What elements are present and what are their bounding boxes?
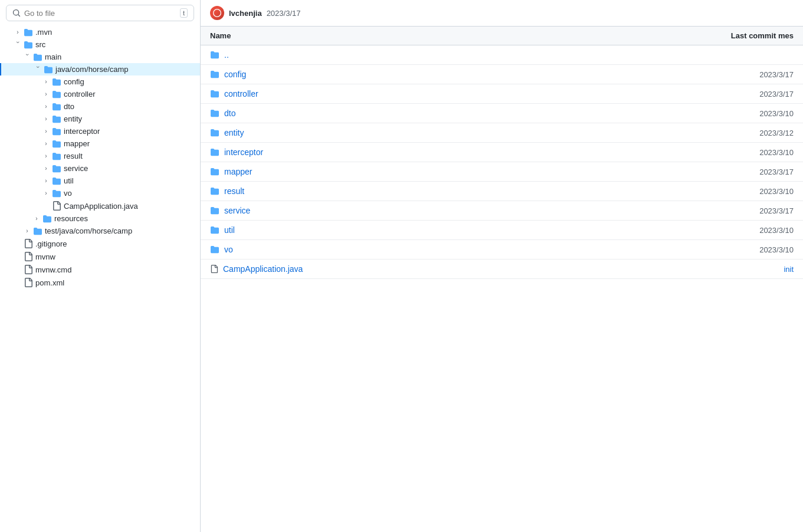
folder-icon [52, 165, 61, 173]
sidebar-item-label-main: main [45, 52, 61, 61]
main-content: lvchenjia 2023/3/17 Name Last commit mes… [201, 0, 803, 532]
sidebar-item-util[interactable]: › util [0, 175, 200, 187]
file-date: 2023/3/10 [549, 182, 803, 201]
file-icon [52, 201, 61, 211]
sidebar-item-mvnw[interactable]: › mvnw [0, 250, 200, 263]
file-date: 2023/3/10 [549, 143, 803, 162]
sidebar-item-label-mvnw-cmd: mvnw.cmd [35, 265, 71, 274]
sidebar-item-label-vo: vo [64, 189, 72, 198]
file-date: 2023/3/12 [549, 123, 803, 143]
table-row: config2023/3/17 [201, 65, 803, 84]
file-row-name: interceptor [210, 147, 539, 157]
folder-icon [33, 227, 42, 235]
chevron-icon: › [42, 103, 50, 110]
sidebar-item-mvnw-cmd[interactable]: › mvnw.cmd [0, 263, 200, 276]
sidebar-item-mvn[interactable]: › .mvn [0, 26, 200, 38]
chevron-icon: › [42, 91, 50, 98]
folder-icon [52, 103, 61, 111]
file-link[interactable]: controller [224, 89, 258, 98]
commit-date: 2023/3/17 [267, 9, 301, 18]
table-header-row: Name Last commit mes [201, 27, 803, 45]
file-row-name: entity [210, 128, 539, 137]
commit-header: lvchenjia 2023/3/17 [201, 0, 803, 27]
folder-icon [42, 215, 52, 223]
search-bar[interactable]: t [6, 5, 194, 21]
table-row: dto2023/3/10 [201, 104, 803, 123]
file-row-name: dto [210, 109, 539, 118]
folder-icon [210, 51, 219, 59]
sidebar-item-label-controller: controller [64, 90, 95, 98]
table-row: CampApplication.javainit [201, 260, 803, 279]
file-link[interactable]: .. [224, 50, 229, 60]
sidebar-item-entity[interactable]: › entity [0, 113, 200, 125]
sidebar-item-mapper[interactable]: › mapper [0, 137, 200, 150]
sidebar-item-config[interactable]: › config [0, 75, 200, 88]
folder-icon [210, 70, 219, 78]
sidebar-item-pom-xml[interactable]: › pom.xml [0, 276, 200, 289]
search-input[interactable] [24, 9, 176, 18]
folder-icon [52, 127, 61, 136]
file-link[interactable]: config [224, 70, 246, 79]
folder-icon [210, 148, 219, 156]
file-link[interactable]: mapper [224, 167, 252, 176]
sidebar-item-resources[interactable]: › resources [0, 212, 200, 225]
chevron-icon: › [42, 128, 50, 135]
file-icon [24, 252, 33, 261]
sidebar-item-service[interactable]: › service [0, 162, 200, 175]
file-date: 2023/3/17 [549, 84, 803, 104]
folder-icon [210, 226, 219, 234]
file-link[interactable]: interceptor [224, 147, 263, 157]
chevron-icon: › [33, 215, 40, 222]
file-date: 2023/3/10 [549, 240, 803, 260]
chevron-icon: › [24, 54, 31, 61]
folder-icon [52, 152, 61, 160]
file-link[interactable]: CampApplication.java [223, 264, 303, 274]
sidebar-item-test[interactable]: › test/java/com/horse/camp [0, 225, 200, 237]
sidebar-item-controller[interactable]: › controller [0, 88, 200, 100]
sidebar-item-label-result: result [64, 152, 83, 160]
folder-icon [210, 109, 219, 117]
sidebar-item-dto[interactable]: › dto [0, 100, 200, 113]
sidebar-item-vo[interactable]: › vo [0, 187, 200, 199]
file-link[interactable]: service [224, 206, 250, 215]
file-icon [24, 239, 33, 248]
sidebar-item-label-gitignore: .gitignore [35, 239, 67, 248]
file-row-name: .. [210, 50, 539, 60]
folder-icon [210, 168, 219, 176]
sidebar-item-label-test: test/java/com/horse/camp [45, 226, 132, 235]
file-link[interactable]: entity [224, 128, 244, 137]
file-link[interactable]: util [224, 225, 235, 235]
sidebar-item-main[interactable]: › main [0, 51, 200, 63]
chevron-icon: › [42, 178, 50, 185]
file-link[interactable]: dto [224, 109, 235, 118]
table-row: entity2023/3/12 [201, 123, 803, 143]
chevron-icon: › [14, 29, 21, 36]
table-row: service2023/3/17 [201, 201, 803, 221]
sidebar-item-result[interactable]: › result [0, 150, 200, 162]
folder-icon [210, 206, 219, 215]
sidebar-item-java-com-horse-camp[interactable]: › java/com/horse/camp [0, 63, 200, 75]
file-date: init [549, 260, 803, 279]
chevron-icon: › [42, 116, 50, 123]
sidebar-item-label-dto: dto [64, 102, 74, 111]
file-link[interactable]: result [224, 186, 244, 196]
folder-icon [33, 53, 42, 61]
sidebar-item-camp-application[interactable]: › CampApplication.java [0, 199, 200, 212]
file-row-name: config [210, 70, 539, 79]
sidebar-item-gitignore[interactable]: › .gitignore [0, 237, 200, 250]
sidebar-item-label-mvnw: mvnw [35, 252, 55, 261]
file-row-name: controller [210, 89, 539, 98]
file-row-name: CampApplication.java [210, 264, 539, 274]
file-icon [210, 264, 218, 274]
file-row-name: util [210, 225, 539, 235]
sidebar-item-interceptor[interactable]: › interceptor [0, 125, 200, 137]
sidebar-item-label-interceptor: interceptor [64, 127, 100, 136]
file-link[interactable]: vo [224, 245, 233, 254]
file-row-name: mapper [210, 167, 539, 176]
file-row-name: vo [210, 245, 539, 254]
sidebar-item-src[interactable]: › src [0, 38, 200, 51]
sidebar-item-label-camp-application: CampApplication.java [64, 202, 138, 211]
chevron-icon: › [14, 41, 21, 48]
folder-icon [210, 187, 219, 195]
file-table: Name Last commit mes ..config2023/3/17co… [201, 27, 803, 279]
